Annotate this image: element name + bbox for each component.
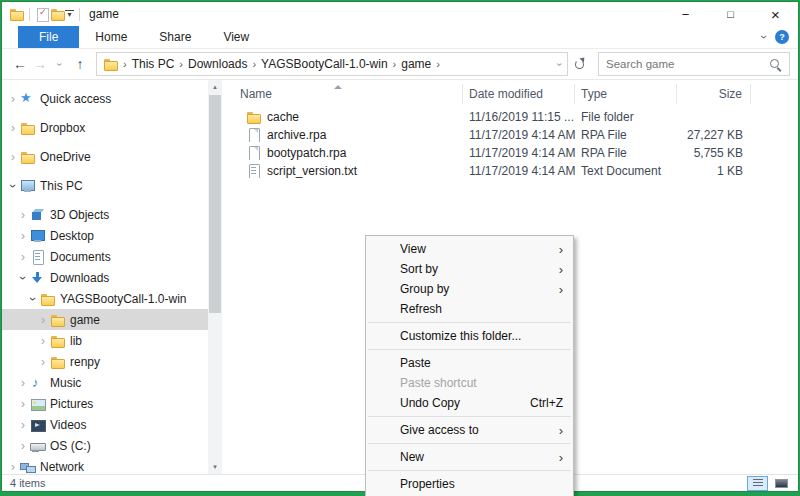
window-controls: [663, 2, 798, 26]
properties-check-icon[interactable]: [35, 7, 50, 21]
menu-item-label: Give access to: [400, 423, 479, 437]
sidebar-item-dropbox[interactable]: Dropbox: [2, 117, 222, 138]
collapse-ribbon-icon[interactable]: [757, 35, 771, 39]
column-header-label: Type: [581, 87, 607, 101]
chevron-right-icon[interactable]: [6, 460, 20, 474]
sidebar-item-documents[interactable]: Documents: [2, 246, 222, 267]
sidebar-item-desktop[interactable]: Desktop: [2, 225, 222, 246]
sidebar-item-quick-access[interactable]: Quick access: [2, 88, 222, 109]
chevron-right-icon[interactable]: [16, 208, 30, 222]
file-date-cell: 11/17/2019 4:14 AM: [463, 128, 575, 142]
chevron-right-icon[interactable]: [6, 150, 20, 164]
refresh-button[interactable]: [568, 52, 590, 76]
recent-locations-icon[interactable]: [55, 62, 66, 65]
scroll-down-icon[interactable]: [208, 463, 222, 471]
search-box[interactable]: [598, 52, 790, 76]
chevron-right-icon[interactable]: [16, 439, 30, 453]
menu-item-properties[interactable]: Properties: [366, 474, 573, 494]
navigation-pane: Quick accessDropboxOneDriveThis PC3D Obj…: [2, 80, 222, 474]
tab-file[interactable]: File: [18, 26, 79, 48]
sidebar-item-game[interactable]: game: [2, 309, 222, 330]
sidebar-item-videos[interactable]: Videos: [2, 414, 222, 435]
menu-item-give-access-to[interactable]: Give access to: [366, 420, 573, 440]
breadcrumb-this-pc[interactable]: This PC: [132, 57, 175, 71]
scrollbar-thumb[interactable]: [209, 95, 221, 313]
sidebar-item-3d-objects[interactable]: 3D Objects: [2, 204, 222, 225]
video-icon: [30, 418, 45, 432]
file-row-cache[interactable]: cache11/16/2019 11:15 ...File folder: [222, 108, 798, 126]
sidebar-item-os-c[interactable]: OS (C:): [2, 435, 222, 456]
menu-item-sort-by[interactable]: Sort by: [366, 259, 573, 279]
sidebar-item-pictures[interactable]: Pictures: [2, 393, 222, 414]
chevron-right-icon[interactable]: [16, 397, 30, 411]
breadcrumb-game[interactable]: game: [401, 57, 431, 71]
file-row-bootypatch-rpa[interactable]: bootypatch.rpa11/17/2019 4:14 AMRPA File…: [222, 144, 798, 162]
menu-item-paste[interactable]: Paste: [366, 353, 573, 373]
sidebar-item-label: OneDrive: [40, 150, 91, 164]
menu-item-group-by[interactable]: Group by: [366, 279, 573, 299]
chevron-down-icon[interactable]: [6, 179, 20, 193]
download-icon: [30, 271, 45, 285]
details-view-button[interactable]: [747, 476, 768, 491]
menu-item-label: New: [400, 450, 424, 464]
tab-view[interactable]: View: [207, 26, 265, 48]
chevron-right-icon[interactable]: [16, 250, 30, 264]
chevron-down-icon[interactable]: [16, 271, 30, 285]
column-header-type[interactable]: Type: [575, 84, 677, 104]
sidebar-item-yagsbootycall-1-0-win[interactable]: YAGSBootyCall-1.0-win: [2, 288, 222, 309]
up-button[interactable]: [70, 53, 90, 75]
sidebar-item-music[interactable]: Music: [2, 372, 222, 393]
chevron-down-icon[interactable]: [26, 292, 40, 306]
breadcrumb-downloads[interactable]: Downloads: [188, 57, 247, 71]
address-bar[interactable]: This PCDownloadsYAGSBootyCall-1.0-wingam…: [96, 52, 568, 76]
menu-item-label: View: [400, 242, 426, 256]
breadcrumb-separator-icon: [388, 58, 402, 70]
file-row-archive-rpa[interactable]: archive.rpa11/17/2019 4:14 AMRPA File27,…: [222, 126, 798, 144]
chevron-right-icon[interactable]: [16, 376, 30, 390]
large-icons-view-icon: [775, 479, 788, 488]
menu-item-customize-this-folder[interactable]: Customize this folder...: [366, 326, 573, 346]
column-header-size[interactable]: Size: [677, 84, 751, 104]
chevron-right-icon[interactable]: [16, 418, 30, 432]
help-icon[interactable]: [775, 30, 789, 44]
maximize-button[interactable]: [708, 2, 753, 26]
chevron-right-icon[interactable]: [36, 334, 50, 348]
menu-item-refresh[interactable]: Refresh: [366, 299, 573, 319]
chevron-right-icon[interactable]: [36, 313, 50, 327]
minimize-button[interactable]: [663, 2, 708, 26]
sidebar-scrollbar[interactable]: [208, 80, 222, 474]
menu-item-view[interactable]: View: [366, 239, 573, 259]
sidebar-item-network[interactable]: Network: [2, 456, 222, 474]
chevron-right-icon[interactable]: [6, 121, 20, 135]
sidebar-item-this-pc[interactable]: This PC: [2, 175, 222, 196]
tab-home[interactable]: Home: [79, 26, 143, 48]
back-button[interactable]: [10, 53, 30, 75]
scroll-up-icon[interactable]: [208, 83, 222, 91]
sidebar-item-lib[interactable]: lib: [2, 330, 222, 351]
tab-share[interactable]: Share: [143, 26, 207, 48]
new-folder-icon[interactable]: [50, 7, 65, 21]
menu-item-new[interactable]: New: [366, 447, 573, 467]
sidebar-item-onedrive[interactable]: OneDrive: [2, 146, 222, 167]
close-button[interactable]: [753, 2, 798, 26]
chevron-right-icon[interactable]: [6, 92, 20, 106]
breadcrumb-yagsbootycall-1-0-win[interactable]: YAGSBootyCall-1.0-win: [261, 57, 388, 71]
breadcrumb-separator-icon: [431, 58, 445, 70]
chevron-right-icon[interactable]: [36, 355, 50, 369]
column-header-date[interactable]: Date modified: [463, 84, 575, 104]
file-name-cell: archive.rpa: [222, 128, 463, 142]
file-row-script-version-txt[interactable]: script_version.txt11/17/2019 4:14 AMText…: [222, 162, 798, 180]
submenu-arrow-icon: [559, 282, 563, 297]
address-dropdown-icon[interactable]: [554, 62, 565, 65]
menu-item-undo-copy[interactable]: Undo CopyCtrl+Z: [366, 393, 573, 413]
sidebar-item-renpy[interactable]: renpy: [2, 351, 222, 372]
qat-dropdown-icon[interactable]: [65, 10, 74, 18]
column-header-name[interactable]: Name: [222, 84, 463, 104]
menu-item-paste-shortcut: Paste shortcut: [366, 373, 573, 393]
submenu-arrow-icon: [559, 450, 563, 465]
search-input[interactable]: [606, 58, 769, 70]
menu-separator: [368, 349, 571, 350]
large-icons-view-button[interactable]: [771, 476, 792, 491]
chevron-right-icon[interactable]: [16, 229, 30, 243]
sidebar-item-downloads[interactable]: Downloads: [2, 267, 222, 288]
